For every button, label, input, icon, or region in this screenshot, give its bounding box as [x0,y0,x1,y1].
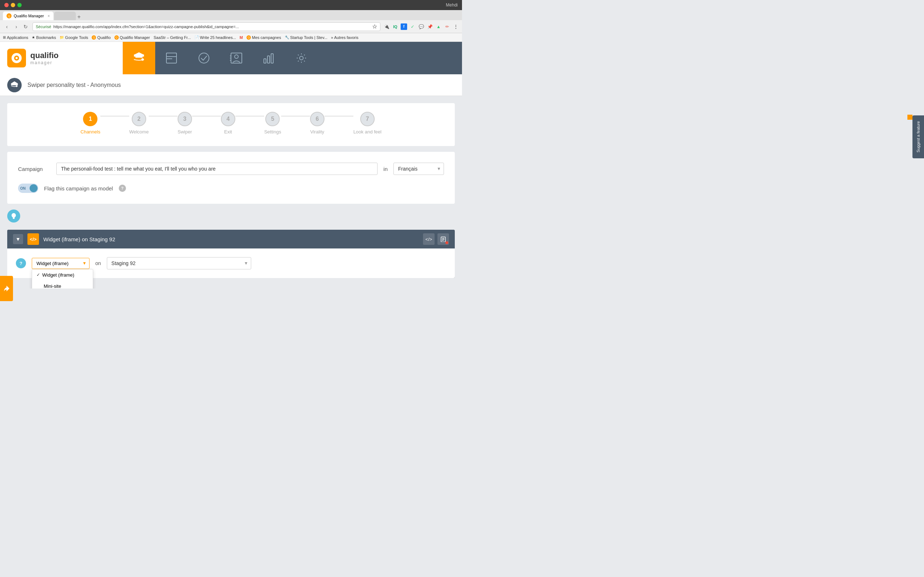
bookmark-mes-campagnes[interactable]: Q Mes campagnes [247,35,281,40]
widget-title: Widget (iframe) on Staging 92 [43,236,419,242]
widget-export-button[interactable] [438,233,449,245]
step-7[interactable]: 7 Look and feel [353,112,381,134]
bookmark-label: Mes campagnes [252,35,281,40]
logo-text: qualifio manager [30,51,58,65]
hint-area [7,210,455,227]
extension-icon-4[interactable]: ✓ [409,23,416,30]
tab-bar: Q Qualifio Manager × + [0,10,462,20]
extension-icon-6[interactable]: 📌 [426,23,433,30]
bookmark-qualifio-manager[interactable]: Q Qualifio Manager [115,35,150,40]
step-number-4: 4 [226,116,229,122]
nav-campaigns[interactable] [123,42,155,74]
step-6[interactable]: 6 Virality [310,112,325,134]
minimize-button[interactable] [11,3,15,7]
tab-title: Qualifio Manager [14,14,44,18]
dropdown-option-minisite[interactable]: Mini-site [32,280,93,289]
site-select-wrap: Staging 92 Production ▼ [107,257,251,269]
bookmark-more[interactable]: » Autres favoris [331,35,359,40]
bookmark-write-headlines[interactable]: 📄 Write 25 headlines... [195,35,236,40]
step-1[interactable]: 1 Channels [81,112,100,134]
bookmark-star-icon[interactable]: ☆ [372,23,377,30]
side-launch-button[interactable] [0,276,13,288]
bookmark-google-tools[interactable]: 📁 Google Tools [60,35,88,40]
bookmark-qualifio[interactable]: Q Qualifio [92,35,110,40]
step-5[interactable]: 5 Settings [264,112,281,134]
bookmark-label: » Autres favoris [331,35,359,40]
active-tab[interactable]: Q Qualifio Manager × [3,11,53,20]
nav-settings[interactable] [285,42,318,74]
extension-icon-5[interactable]: 💬 [418,23,425,30]
steps-row: 1 Channels 2 Welcome 3 [15,112,447,134]
nav-stats[interactable] [253,42,285,74]
browser-toolbar: ‹ › ↻ Sécurisé https://manager.qualifio.… [0,20,462,33]
nav-templates[interactable] [155,42,188,74]
type-dropdown-selected[interactable]: Widget (iframe) ▼ [32,258,89,269]
widget-embed-button[interactable]: </> [423,233,435,245]
step-label-5: Settings [264,129,281,134]
bookmark-applications[interactable]: ⊞ Applications [3,35,28,40]
svg-rect-3 [134,55,144,56]
flag-help-icon[interactable]: ? [119,185,126,192]
extension-icon-1[interactable]: 🔌 [383,23,390,30]
step-circle-1: 1 [83,112,97,126]
svg-point-18 [300,56,303,60]
extension-icon-8[interactable]: ✏ [444,23,451,30]
hint-lightbulb-icon [7,210,20,222]
bookmark-bookmarks[interactable]: ★ Bookmarks [32,35,56,40]
widget-help-icon[interactable]: ? [16,258,26,268]
nav-icons-area [123,42,462,74]
address-bar[interactable]: Sécurisé https://manager.qualifio.com/ap… [32,23,380,31]
step-connector-6 [325,116,353,116]
doc-icon: 📄 [195,35,199,39]
new-tab-button[interactable]: + [77,14,81,20]
logo-badge [7,49,26,68]
nav-validate[interactable] [188,42,220,74]
new-tab-area [54,11,76,20]
language-select-wrap: Français English Dutch German ▼ [393,163,444,175]
bookmarks-bar: ⊞ Applications ★ Bookmarks 📁 Google Tool… [0,33,462,42]
bookmark-gmail[interactable]: M [240,35,243,40]
svg-rect-17 [271,54,273,63]
svg-rect-21 [13,218,15,219]
bookmark-label: Qualifio [97,35,110,40]
dropdown-option-widget[interactable]: ✓ Widget (iframe) [32,269,93,280]
step-2[interactable]: 2 Welcome [129,112,149,134]
close-button[interactable] [4,3,9,7]
tab-close-button[interactable]: × [48,14,50,18]
tools-icon: 🔧 [285,35,289,39]
refresh-button[interactable]: ↻ [22,23,30,31]
extension-icon-7[interactable]: ▲ [435,23,442,30]
traffic-lights [4,3,22,7]
bookmark-saastr[interactable]: SaaStr – Getting Fr... [153,35,191,40]
model-toggle[interactable]: ON [18,184,38,193]
extension-icon-2[interactable]: IQ [392,23,399,30]
forward-button[interactable]: › [12,23,20,31]
steps-card: 1 Channels 2 Welcome 3 [7,103,455,146]
extension-icon-9[interactable]: ⋮ [452,23,459,30]
apps-icon: ⊞ [3,35,6,39]
bookmark-label: Google Tools [65,35,88,40]
bookmark-label: Qualifio Manager [120,35,150,40]
qualifio-logo-icon [10,52,23,64]
language-select[interactable]: Français English Dutch German [393,163,444,175]
campaign-input[interactable] [56,163,378,175]
widget-collapse-button[interactable]: ▼ [13,234,23,244]
site-select[interactable]: Staging 92 Production [107,257,251,269]
breadcrumb-title: Swiper personality test - Anonymous [27,82,121,89]
bookmark-label: SaaStr – Getting Fr... [153,35,191,40]
toggle-on-label: ON [20,187,26,190]
export-badge [446,241,448,244]
svg-point-9 [199,53,209,63]
extension-icon-3[interactable]: f [401,23,407,30]
nav-contacts[interactable] [220,42,253,74]
svg-point-5 [142,58,144,61]
bookmark-startup-tools[interactable]: 🔧 Startup Tools | Stev... [285,35,327,40]
step-3[interactable]: 3 Swiper [178,112,192,134]
form-section: Campaign in Français English Dutch Germa… [7,152,455,204]
secure-label: Sécurisé [36,24,51,29]
mes-campagnes-favicon: Q [247,35,251,40]
back-button[interactable]: ‹ [3,23,11,31]
step-4[interactable]: 4 Exit [221,112,235,134]
maximize-button[interactable] [17,3,22,7]
toolbar-icons: 🔌 IQ f ✓ 💬 📌 ▲ ✏ ⋮ [383,23,459,30]
